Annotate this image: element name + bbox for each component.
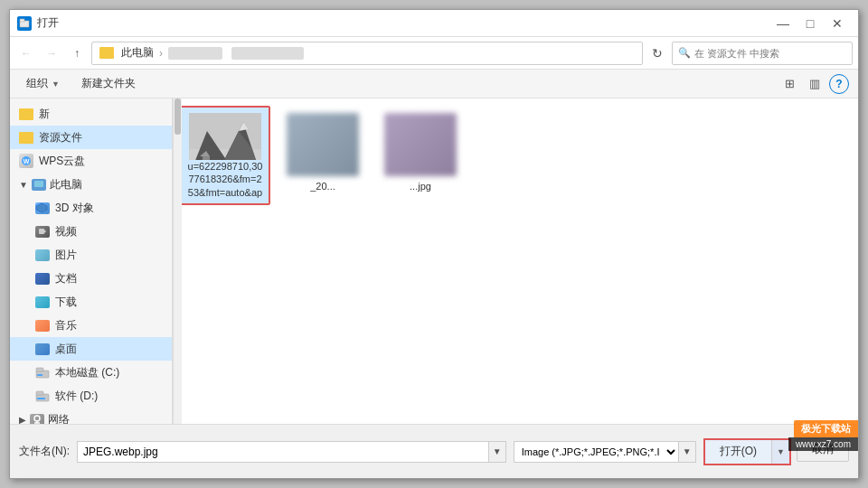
file-item-3[interactable]: ...jpg: [375, 106, 466, 205]
video-icon: [35, 226, 50, 238]
sidebar-label: 3D 对象: [55, 201, 94, 216]
sidebar-item-desktop[interactable]: 桌面: [10, 337, 172, 361]
organize-button[interactable]: 组织 ▼: [19, 73, 67, 94]
filetype-wrapper: Image (*.JPG;*.JPEG;*.PNG;*.I ▼: [514, 441, 696, 463]
toolbar: 组织 ▼ 新建文件夹 ⊞ ▥ ?: [10, 70, 858, 99]
sidebar-label: WPS云盘: [39, 154, 85, 169]
sidebar-item-video[interactable]: 视频: [10, 220, 172, 243]
sidebar-item-3d[interactable]: 3D 对象: [10, 196, 172, 220]
sidebar-item-music[interactable]: 音乐: [10, 314, 172, 337]
breadcrumb-path2: [168, 47, 222, 60]
sidebar-label: 软件 (D:): [55, 389, 98, 404]
file-area: u=622298710,3077618326&fm=253&fmt=auto&a…: [173, 99, 858, 424]
minimize-button[interactable]: —: [769, 11, 797, 36]
svg-rect-9: [36, 368, 43, 371]
network-icon: [30, 414, 44, 425]
image-icon: [35, 249, 50, 261]
sidebar-item-docs[interactable]: 文档: [10, 267, 172, 290]
folder-icon: [99, 47, 114, 59]
open-file-dialog: 打开 — □ ✕ ← → ↑ 此电脑 › ↻ 🔍 组织 ▼ 新建文件夹: [9, 9, 859, 479]
file-name-2: _20...: [310, 180, 335, 192]
address-bar: ← → ↑ 此电脑 › ↻ 🔍: [10, 37, 858, 70]
breadcrumb-path3: [231, 47, 304, 60]
sidebar-label: 资源文件: [39, 130, 82, 145]
sidebar-item-new[interactable]: 新: [10, 102, 172, 126]
new-folder-button[interactable]: 新建文件夹: [74, 73, 143, 94]
search-box[interactable]: 🔍: [672, 42, 853, 65]
view-grid-button[interactable]: ⊞: [778, 73, 800, 95]
back-button[interactable]: ←: [15, 42, 37, 64]
filename-dropdown[interactable]: ▼: [488, 441, 506, 463]
svg-rect-4: [34, 181, 43, 187]
file-item-2[interactable]: _20...: [278, 106, 368, 205]
close-button[interactable]: ✕: [824, 11, 851, 36]
breadcrumb[interactable]: 此电脑 ›: [91, 42, 643, 65]
sidebar-label: 视频: [55, 224, 77, 239]
window-controls: — □ ✕: [769, 11, 851, 36]
svg-rect-10: [37, 374, 42, 376]
title-bar: 打开 — □ ✕: [10, 10, 858, 37]
dialog-buttons: 打开(O) ▼ 取消: [703, 438, 849, 465]
dialog-title: 打开: [37, 15, 769, 31]
open-button[interactable]: 打开(O): [705, 440, 771, 464]
file-thumbnail-3: [384, 113, 457, 176]
sidebar-label: 文档: [55, 271, 77, 286]
refresh-button[interactable]: ↻: [646, 42, 668, 64]
svg-text:W: W: [24, 158, 30, 164]
file-thumbnail: [189, 113, 261, 160]
filename-input[interactable]: [77, 441, 488, 463]
sidebar-item-disk-d[interactable]: 软件 (D:): [10, 384, 172, 408]
new-folder-label: 新建文件夹: [81, 76, 136, 91]
sidebar-label: 下载: [55, 295, 77, 310]
folder-icon: [19, 132, 33, 144]
sidebar-item-wps[interactable]: W WPS云盘: [10, 149, 172, 173]
filename-label: 文件名(N):: [19, 444, 70, 459]
svg-rect-22: [203, 156, 210, 160]
up-button[interactable]: ↑: [66, 42, 88, 64]
forward-button[interactable]: →: [41, 42, 62, 64]
maximize-button[interactable]: □: [797, 11, 824, 36]
desktop-icon: [35, 343, 50, 355]
view-pane-button[interactable]: ▥: [804, 73, 826, 95]
svg-point-14: [34, 416, 40, 421]
filetype-select[interactable]: Image (*.JPG;*.JPEG;*.PNG;*.I: [514, 441, 678, 463]
organize-arrow: ▼: [52, 80, 60, 89]
svg-marker-7: [44, 230, 46, 233]
svg-rect-13: [37, 398, 45, 399]
breadcrumb-separator: ›: [159, 47, 163, 60]
sidebar-item-pc[interactable]: ▼ 此电脑: [10, 173, 172, 196]
breadcrumb-pc: 此电脑: [121, 45, 154, 61]
sidebar-label: 桌面: [55, 342, 77, 357]
file-thumbnail-2: [287, 113, 359, 176]
sidebar-item-disk-c[interactable]: 本地磁盘 (C:): [10, 361, 172, 384]
sidebar: 新 资源文件 W WPS云盘: [10, 99, 173, 424]
sidebar-label: 本地磁盘 (C:): [55, 365, 119, 380]
file-item-mountain[interactable]: u=622298710,3077618326&fm=253&fmt=auto&a…: [180, 106, 270, 205]
dialog-icon: [17, 16, 32, 31]
main-area: 新 资源文件 W WPS云盘: [10, 99, 858, 424]
sidebar-item-downloads[interactable]: 下载: [10, 290, 172, 314]
open-button-wrapper: 打开(O) ▼: [703, 438, 791, 465]
svg-rect-5: [37, 187, 41, 188]
sidebar-scrollbar[interactable]: [173, 99, 182, 424]
sidebar-item-network[interactable]: ▶ 网络: [10, 408, 172, 424]
pc-icon: [32, 179, 46, 191]
search-input[interactable]: [694, 48, 846, 59]
svg-rect-6: [39, 229, 44, 234]
sidebar-item-images[interactable]: 图片: [10, 243, 172, 267]
help-button[interactable]: ?: [829, 74, 849, 94]
music-icon: [35, 320, 50, 332]
filetype-dropdown[interactable]: ▼: [678, 441, 696, 463]
cancel-button[interactable]: 取消: [797, 438, 849, 462]
sidebar-label: 音乐: [55, 318, 77, 333]
wps-icon: W: [19, 154, 33, 168]
svg-rect-1: [20, 19, 24, 22]
disk-c-icon: [35, 367, 50, 379]
sidebar-label: 此电脑: [50, 177, 82, 192]
sidebar-item-resources[interactable]: 资源文件: [10, 126, 172, 149]
filename-input-wrapper: ▼: [77, 441, 506, 463]
file-name-3: ...jpg: [410, 180, 431, 192]
download-icon: [35, 296, 50, 308]
doc-icon: [35, 273, 50, 285]
open-dropdown[interactable]: ▼: [771, 440, 789, 464]
